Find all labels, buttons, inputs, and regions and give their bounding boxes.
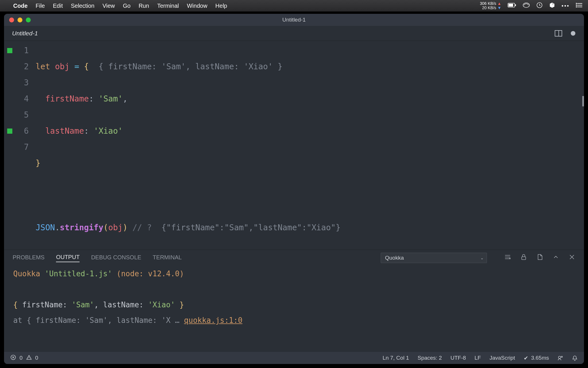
panel-tab-debugconsole[interactable]: DEBUG CONSOLE (91, 254, 141, 262)
minimap-scrollbar[interactable] (582, 96, 584, 106)
inline-value-hint: { firstName: 'Sam', lastName: 'Xiao' } (98, 62, 283, 71)
window-titlebar[interactable]: Untitled-1 (4, 14, 584, 26)
close-panel-icon[interactable] (568, 254, 575, 262)
svg-rect-2 (515, 4, 516, 6)
box-icon[interactable] (549, 2, 555, 10)
menu-terminal[interactable]: Terminal (157, 3, 179, 9)
quokka-marker-icon (4, 43, 16, 59)
svg-point-5 (576, 3, 577, 3)
bottom-panel: PROBLEMS OUTPUT DEBUG CONSOLE TERMINAL Q… (4, 250, 584, 352)
editor-tabbar: Untitled-1 (4, 26, 584, 41)
warnings-icon[interactable] (26, 354, 32, 362)
output-header-line: Quokka 'Untitled-1.js' (node: v12.4.0) (13, 266, 575, 281)
errors-count[interactable]: 0 (20, 355, 23, 361)
svg-rect-8 (522, 257, 526, 260)
output-body[interactable]: Quokka 'Untitled-1.js' (node: v12.4.0) {… (4, 266, 584, 352)
svg-rect-1 (508, 4, 513, 7)
chevron-down-icon: ⌄ (480, 256, 484, 260)
network-speed-indicator: 306 KB/s 20 KB/s (480, 1, 502, 10)
open-log-icon[interactable] (536, 254, 543, 262)
encoding-status[interactable]: UTF-8 (450, 355, 466, 361)
svg-point-6 (576, 5, 577, 5)
panel-tab-terminal[interactable]: TERMINAL (153, 254, 182, 262)
app-name[interactable]: Code (13, 3, 28, 9)
menu-help[interactable]: Help (215, 3, 227, 9)
errors-icon[interactable] (10, 354, 16, 362)
lock-scroll-icon[interactable] (520, 254, 527, 262)
cursor-position[interactable]: Ln 7, Col 1 (383, 355, 409, 361)
vscode-window: Untitled-1 Untitled-1 1 2 3 4 5 6 7 (4, 14, 584, 364)
panel-tabbar: PROBLEMS OUTPUT DEBUG CONSOLE TERMINAL Q… (4, 250, 584, 266)
battery-icon[interactable] (508, 3, 516, 9)
output-trace-line: at { firstName: 'Sam', lastName: 'X … qu… (13, 313, 575, 328)
output-object-line: { firstName: 'Sam', lastName: 'Xiao' } (13, 297, 575, 313)
language-mode[interactable]: JavaScript (490, 355, 515, 361)
quokka-marker-icon (4, 123, 16, 139)
tab-dirty-indicator-icon[interactable] (571, 31, 575, 36)
menu-file[interactable]: File (36, 3, 45, 9)
panel-tab-output[interactable]: OUTPUT (56, 254, 80, 262)
notifications-icon[interactable] (572, 355, 578, 361)
menu-edit[interactable]: Edit (53, 3, 63, 9)
collapse-panel-icon[interactable] (552, 254, 559, 262)
menu-run[interactable]: Run (139, 3, 149, 9)
overflow-icon[interactable]: ••• (562, 3, 570, 9)
code-content[interactable]: let obj = { { firstName: 'Sam', lastName… (36, 41, 584, 250)
panel-tab-problems[interactable]: PROBLEMS (13, 254, 45, 262)
close-window-button[interactable] (9, 18, 14, 22)
quokka-timing[interactable]: ✔ 3.65ms (524, 355, 549, 361)
traffic-lights (4, 18, 31, 22)
output-channel-select[interactable]: Quokka ⌄ (381, 253, 487, 263)
menu-list-icon[interactable] (576, 3, 583, 9)
minimize-window-button[interactable] (18, 18, 22, 22)
svg-point-7 (576, 6, 577, 7)
menu-go[interactable]: Go (123, 3, 131, 9)
split-editor-icon[interactable] (555, 30, 562, 37)
macos-menubar: Code File Edit Selection View Go Run Ter… (0, 0, 588, 12)
clock-icon[interactable] (536, 2, 543, 10)
eol-status[interactable]: LF (475, 355, 481, 361)
quokka-gutter (4, 41, 16, 250)
code-editor[interactable]: 1 2 3 4 5 6 7 let obj = { { firstName: '… (4, 41, 584, 250)
line-number-gutter: 1 2 3 4 5 6 7 (16, 41, 36, 250)
feedback-icon[interactable] (558, 355, 563, 361)
menu-window[interactable]: Window (187, 3, 207, 9)
editor-tab-untitled[interactable]: Untitled-1 (4, 26, 46, 41)
zoom-window-button[interactable] (26, 18, 31, 22)
indentation-status[interactable]: Spaces: 2 (417, 355, 442, 361)
clear-output-icon[interactable] (504, 254, 511, 262)
status-bar: 0 0 Ln 7, Col 1 Spaces: 2 UTF-8 LF JavaS… (4, 352, 584, 364)
sync-icon[interactable] (523, 2, 530, 9)
menu-selection[interactable]: Selection (71, 3, 94, 9)
svg-point-11 (561, 356, 562, 357)
inline-result-hint: {"firstName":"Sam","lastName":"Xiao"} (161, 223, 341, 232)
quokka-source-link[interactable]: quokka.js:1:0 (184, 316, 243, 325)
window-title: Untitled-1 (4, 17, 584, 23)
menu-view[interactable]: View (102, 3, 115, 9)
svg-point-10 (558, 356, 561, 359)
warnings-count[interactable]: 0 (35, 355, 38, 361)
